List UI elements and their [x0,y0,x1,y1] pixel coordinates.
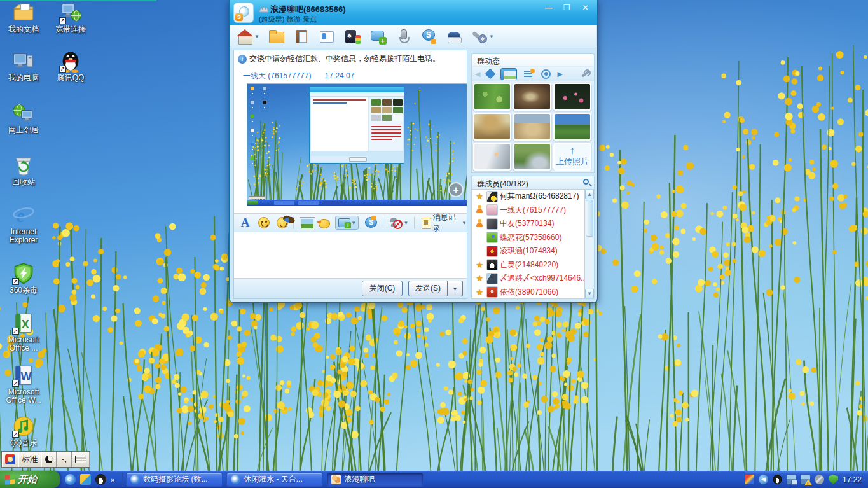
upload-photo-button[interactable]: ↑ 上传照片 [553,143,591,171]
feeds-tab-icon[interactable] [523,69,535,79]
block-dropdown-icon[interactable]: ▼ [403,220,408,226]
title-bar[interactable]: S 浪漫聊吧(86683566) (超级群) 旅游-景点 — ❒ ✕ [230,0,597,25]
qq-search-button[interactable] [364,216,376,230]
ime-soft-keyboard-button[interactable] [72,452,90,467]
desktop-icon-internet-explorer[interactable]: e Internet Explorer [0,204,47,244]
member-scrollbar[interactable]: ▲ ▼ [584,190,595,299]
zoom-in-plus-icon[interactable]: + [448,182,464,197]
ime-fullhalf-width-button[interactable] [41,452,57,467]
tray-network-icon[interactable] [787,475,796,484]
ime-mode-button[interactable]: 标准 [18,452,41,467]
member-row[interactable]: ★ 何其manΩ(654682817) [472,190,594,204]
member-row[interactable]: 蝶恋花(57358660) [472,231,594,245]
desktop-icon-qq-music[interactable]: ↗ QQ音乐 [0,415,47,447]
magic-emoticon-button[interactable] [275,216,287,230]
member-row[interactable]: 一线天(761577777) [472,204,594,218]
tray-collapse-chevron-icon[interactable]: ◀ [759,475,768,484]
send-image-button[interactable] [300,216,312,230]
group-photo[interactable] [473,143,511,171]
group-photo[interactable] [473,83,511,111]
next-page-icon[interactable]: ▶ [557,70,562,78]
desktop-icon-tencent-qq[interactable]: ↗ 腾讯QQ [47,50,94,82]
group-photo[interactable] [513,143,551,171]
block-speaker-button[interactable] [389,216,403,230]
voice-chat-button[interactable] [395,28,412,45]
tray-security-shield-icon[interactable] [829,475,838,484]
desktop-icon-recycle-bin[interactable]: 回收站 [0,154,47,186]
emoticon-button[interactable] [257,216,269,230]
group-photo[interactable] [513,83,551,111]
message-input-area[interactable] [234,234,467,278]
close-button[interactable]: ✕ [579,3,592,13]
tray-qq-icon[interactable] [773,475,782,484]
screen-capture-button[interactable]: ▼ [335,216,359,230]
member-row[interactable]: 凌琪涵(1074834) [472,244,594,258]
member-row[interactable]: ★ 〆遇踄〆<xch99714646... [472,272,594,286]
svg-text:X: X [22,318,29,331]
tray-disabled-device-icon[interactable] [815,475,824,484]
panel-settings-icon[interactable] [581,69,591,79]
start-button[interactable]: 开始 [0,471,60,488]
desktop-icon-broadband[interactable]: ↗ 宽带连接 [47,1,94,34]
member-avatar [486,246,498,257]
desktop-icon-my-computer[interactable]: 我的电脑 [0,50,47,82]
message-display-area[interactable]: i 交谈中请勿轻信汇款、中奖信息，勿轻易拨打陌生电话。 一线天 (7615777… [234,50,467,213]
scroll-thumb[interactable] [586,200,593,237]
settings-dropdown-icon[interactable]: ▼ [489,34,494,39]
task-button-water[interactable]: 休闲灌水 - 天台... [226,473,323,487]
close-chat-button[interactable]: 关闭(C) [362,281,403,296]
group-photo[interactable] [513,113,551,141]
group-admin-button[interactable] [446,28,463,45]
tray-clock[interactable]: 17:22 [843,475,862,484]
photos-tab-icon[interactable] [500,68,517,80]
interactive-emoticon-button[interactable] [317,216,329,230]
home-button[interactable] [237,28,254,45]
visits-tab-icon[interactable] [541,69,551,79]
task-button-forum[interactable]: 数码摄影论坛 (数... [126,473,223,487]
message-history-button[interactable]: 消息记录 ▼ [420,212,467,234]
group-space-button[interactable] [268,28,285,45]
group-album-button[interactable] [293,28,310,45]
history-dropdown-icon[interactable]: ▼ [462,220,467,226]
desktop-icon-ms-office-word[interactable]: W ↗ Microsoft Office W... [0,364,47,405]
create-session-button[interactable] [369,28,387,45]
send-button[interactable]: 发送(S) [408,281,448,296]
capture-dropdown-icon[interactable]: ▼ [351,220,356,226]
send-options-dropdown[interactable]: ▼ [448,281,463,296]
member-row[interactable]: ★ 依依(389071066) [472,286,594,300]
group-photo[interactable] [553,83,591,111]
quick-launch-browser-icon[interactable] [80,474,91,485]
member-search-icon[interactable] [583,179,589,185]
minimize-button[interactable]: — [542,3,555,13]
desktop-icon-ms-office-excel[interactable]: X ↗ Microsoft Office ... [0,312,47,352]
group-games-button[interactable] [344,28,361,45]
group-search-button[interactable] [420,28,437,45]
tray-ime-icon[interactable] [745,475,754,484]
desktop-icon-my-documents[interactable]: 我的文档 [0,1,47,34]
member-row[interactable]: 中友(53770134) [472,217,594,231]
scroll-up-icon[interactable]: ▲ [585,190,594,199]
member-row[interactable]: ★ 亡灵(214840220) [472,258,594,272]
task-button-chat-active[interactable]: 浪漫聊吧 [327,473,424,487]
quick-launch-qq-icon[interactable] [95,474,106,485]
prev-page-icon[interactable]: ◀ [475,70,480,78]
home-dropdown-icon[interactable]: ▼ [254,34,259,39]
ime-punctuation-button[interactable]: ·, [57,452,72,467]
window-app-icon[interactable]: S [233,3,254,23]
scroll-down-icon[interactable]: ▼ [585,289,594,298]
group-photo[interactable] [473,113,511,141]
ime-logo-button[interactable] [2,452,18,467]
member-card-button[interactable] [319,28,336,45]
desktop-icon-360-antivirus[interactable]: ↗ 360杀毒 [0,262,47,295]
quick-launch-ie-icon[interactable] [65,474,76,485]
quick-launch-more-icon[interactable]: » [111,476,114,484]
group-settings-button[interactable] [471,28,488,45]
shared-image-screenshot[interactable]: + [247,83,467,206]
member-avatar [486,259,498,270]
maximize-button[interactable]: ❒ [560,3,574,13]
tray-network-warning-icon[interactable] [801,475,810,484]
voice-tab-icon[interactable] [485,69,496,80]
font-style-button[interactable]: A [239,216,251,230]
group-photo[interactable] [553,113,591,141]
desktop-icon-network-places[interactable]: 网上邻居 [0,102,47,134]
